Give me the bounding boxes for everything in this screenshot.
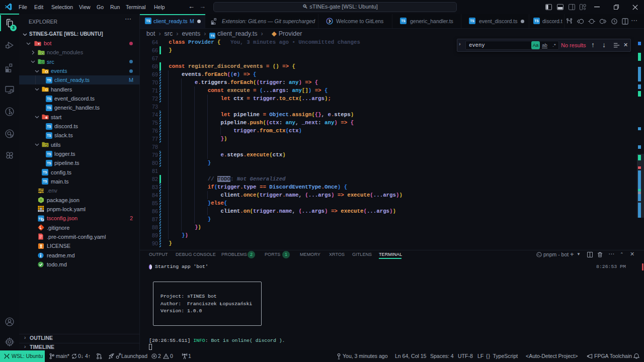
- svg-text:n: n: [40, 198, 42, 202]
- svg-text:·/·: ·/·: [41, 61, 43, 63]
